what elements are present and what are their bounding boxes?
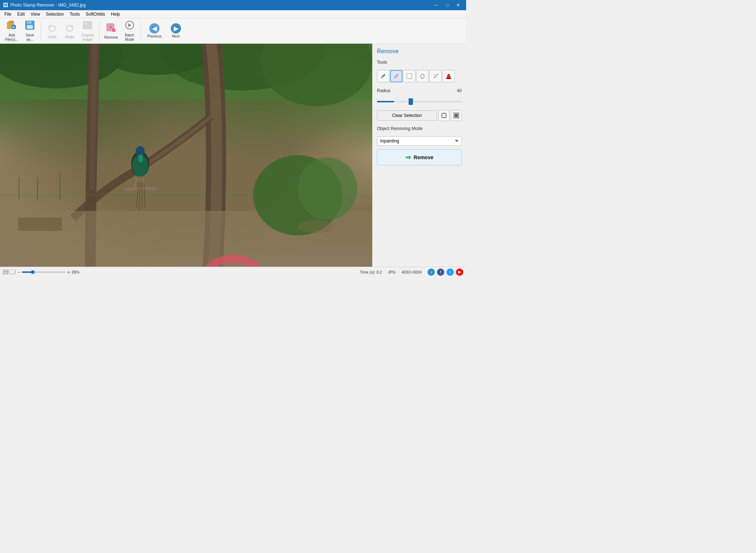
svg-rect-46: [447, 76, 450, 78]
svg-text:✕: ✕: [113, 29, 115, 32]
stamp-tool-button[interactable]: [442, 70, 455, 82]
add-files-icon: +: [7, 20, 17, 32]
remove-button[interactable]: ⇒ Remove: [377, 149, 462, 165]
svg-rect-48: [446, 78, 451, 79]
next-icon: ▶: [171, 23, 181, 34]
menu-file[interactable]: File: [1, 11, 14, 17]
zoom-out-icon[interactable]: −: [17, 269, 20, 275]
original-image-icon: [82, 20, 92, 32]
clear-selection-row: Clear Selection: [377, 110, 462, 121]
lasso-tool-button[interactable]: [416, 70, 429, 82]
time-label: Time (s): 0.2: [360, 270, 382, 274]
close-button[interactable]: ✕: [453, 1, 463, 9]
menu-selection[interactable]: Selection: [43, 11, 67, 17]
tools-row: ✦ ✦: [377, 70, 462, 82]
minimize-button[interactable]: ─: [431, 1, 441, 9]
toolbar-separator-2: [99, 22, 99, 40]
svg-rect-38: [18, 217, 62, 231]
svg-rect-23: [37, 177, 38, 200]
undo-button[interactable]: Undo: [44, 20, 60, 42]
highlight-tool-button[interactable]: [390, 70, 402, 82]
social-links: i f t ▶: [428, 268, 463, 276]
svg-rect-56: [3, 270, 8, 274]
remove-toolbar-icon: ✕: [106, 22, 116, 35]
redo-label: Redo: [65, 35, 74, 39]
svg-rect-6: [27, 25, 33, 29]
page-view-icon: [3, 270, 9, 275]
main-layout: Remove Tools: [0, 44, 466, 267]
toolbar: + AddFile(s)... Saveas... Undo: [0, 18, 466, 44]
window-controls: ─ □ ✕: [431, 1, 463, 9]
save-as-button[interactable]: Saveas...: [22, 20, 38, 42]
svg-rect-8: [83, 21, 92, 29]
dimensions-label: 4032×3024: [402, 270, 422, 274]
original-image-button[interactable]: OriginalImage: [79, 20, 96, 42]
svg-point-39: [298, 220, 335, 233]
svg-rect-47: [448, 74, 450, 76]
object-removing-label: Object Removing Mode: [377, 126, 462, 131]
brush-tool-button[interactable]: [377, 70, 389, 82]
svg-rect-40: [394, 78, 396, 79]
app-icon: 🖼: [3, 2, 8, 8]
remove-arrow-icon: ⇒: [405, 153, 411, 161]
next-button[interactable]: ▶ Next: [167, 20, 185, 42]
info-social-icon[interactable]: i: [428, 268, 435, 276]
save-icon: [25, 20, 35, 32]
undo-icon: [47, 23, 57, 34]
radius-row: Radius 40: [377, 88, 462, 93]
radius-slider[interactable]: [377, 101, 462, 102]
zoom-slider[interactable]: [22, 271, 66, 273]
removing-mode-select[interactable]: Inpainting Content-Aware Fill Solid Colo…: [377, 136, 462, 146]
menu-help[interactable]: Help: [108, 11, 123, 17]
svg-text:✦: ✦: [436, 77, 438, 79]
image-area[interactable]: [0, 44, 372, 267]
batch-mode-label: BatchMode: [125, 33, 134, 42]
clear-selection-button[interactable]: Clear Selection: [377, 110, 437, 121]
redo-button[interactable]: Redo: [62, 20, 78, 42]
youtube-social-icon[interactable]: ▶: [456, 268, 463, 276]
invert-selection-button[interactable]: [451, 110, 462, 121]
title-bar: 🖼 Photo Stamp Remover - IMG_0492.jpg ─ □…: [0, 0, 466, 10]
remove-button-label: Remove: [414, 154, 433, 160]
format-label: JPG: [388, 270, 395, 274]
magic-wand-button[interactable]: ✦ ✦: [429, 70, 442, 82]
window-title: Photo Stamp Remover - IMG_0492.jpg: [10, 3, 431, 8]
fit-to-selection-button[interactable]: [438, 110, 449, 121]
maximize-button[interactable]: □: [442, 1, 452, 9]
svg-point-26: [298, 157, 358, 220]
batch-mode-button[interactable]: BatchMode: [122, 20, 138, 42]
svg-rect-59: [10, 270, 15, 274]
rect-select-tool-button[interactable]: [403, 70, 416, 82]
radius-value: 40: [457, 88, 462, 93]
zoom-in-icon[interactable]: +: [67, 269, 70, 275]
svg-rect-22: [19, 177, 19, 200]
selection-view-icon: [10, 270, 16, 275]
redo-icon: [65, 23, 74, 34]
svg-rect-41: [407, 74, 412, 79]
previous-button[interactable]: ◀ Previous: [144, 20, 165, 42]
svg-line-32: [137, 182, 138, 208]
twitter-social-icon[interactable]: t: [446, 268, 454, 276]
zoom-slider-thumb[interactable]: [31, 270, 35, 274]
next-label: Next: [172, 34, 180, 38]
remove-toolbar-button[interactable]: ✕ Remove: [102, 20, 120, 42]
radius-slider-container[interactable]: [377, 98, 462, 103]
menu-edit[interactable]: Edit: [14, 11, 28, 17]
right-panel: Remove Tools: [372, 44, 466, 267]
svg-rect-7: [28, 21, 29, 23]
menu-softorbits[interactable]: SoftOrbits: [83, 11, 108, 17]
add-files-button[interactable]: + AddFile(s)...: [3, 20, 20, 42]
toolbar-separator-1: [41, 22, 41, 40]
toolbar-separator-3: [141, 22, 141, 40]
scene-overlay: [0, 44, 372, 267]
svg-point-28: [136, 146, 145, 156]
batch-mode-icon: [125, 20, 135, 32]
facebook-social-icon[interactable]: f: [437, 268, 444, 276]
remove-toolbar-label: Remove: [105, 35, 118, 40]
image-canvas: [0, 44, 372, 267]
svg-line-35: [144, 181, 145, 207]
menu-tools[interactable]: Tools: [67, 11, 83, 17]
tools-label: Tools: [377, 60, 462, 65]
menu-view[interactable]: View: [28, 11, 43, 17]
radius-label: Radius: [377, 88, 390, 93]
